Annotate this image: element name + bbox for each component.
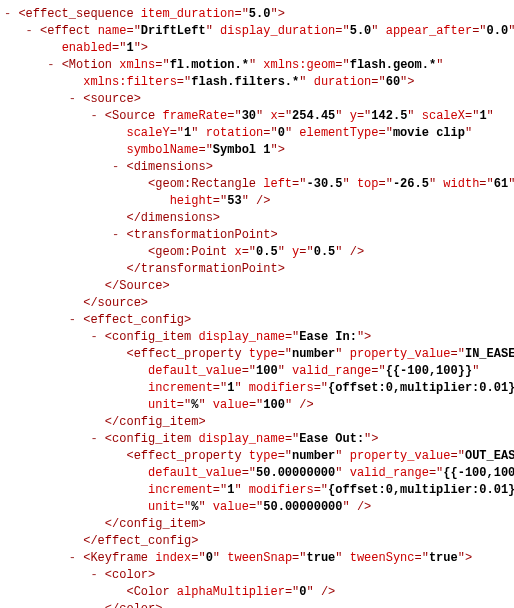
xml-text — [242, 381, 249, 395]
xml-attr-name: default_value — [148, 466, 242, 480]
xml-attr-name: rotation — [206, 126, 264, 140]
xml-text — [285, 364, 292, 378]
collapse-toggle[interactable]: - — [69, 313, 76, 327]
xml-line: <effect_property type="number" property_… — [4, 449, 514, 463]
xml-tag: =" — [263, 126, 277, 140]
collapse-toggle[interactable]: - — [47, 58, 54, 72]
xml-tag: =" — [249, 500, 263, 514]
xml-tag: " — [206, 24, 213, 38]
collapse-toggle[interactable]: - — [90, 568, 97, 582]
xml-attr-value: 0.5 — [256, 245, 278, 259]
xml-attr-value: {offset:0,multiplier:0.01} — [328, 381, 514, 395]
xml-line: <geom:Rectangle left="-30.5" top="-26.5"… — [4, 177, 514, 191]
xml-text — [342, 466, 349, 480]
xml-tag: </config_item> — [105, 415, 206, 429]
collapse-toggle[interactable]: - — [90, 330, 97, 344]
xml-line: default_value="100" valid_range="{{-100,… — [4, 364, 479, 378]
xml-tag: =" — [292, 551, 306, 565]
xml-line: increment="1" modifiers="{offset:0,multi… — [4, 381, 514, 395]
xml-line: </config_item> — [4, 517, 206, 531]
xml-tag: =" — [465, 109, 479, 123]
xml-attr-name: property_value — [350, 347, 451, 361]
xml-attr-value: Ease Out: — [299, 432, 364, 446]
xml-line: <geom:Point x="0.5" y="0.5" /> — [4, 245, 364, 259]
xml-text — [343, 551, 350, 565]
xml-tag: </effect_config> — [83, 534, 198, 548]
xml-tag: =" — [191, 551, 205, 565]
xml-text — [213, 24, 220, 38]
xml-attr-value: 0.0 — [487, 24, 509, 38]
collapse-toggle[interactable]: - — [112, 160, 119, 174]
xml-tag: =" — [227, 109, 241, 123]
collapse-toggle[interactable]: - — [4, 7, 11, 21]
xml-attr-name: enabled — [62, 41, 112, 55]
xml-attr-name: elementType — [299, 126, 378, 140]
xml-attr-name: type — [249, 449, 278, 463]
xml-tag: =" — [285, 330, 299, 344]
xml-attr-value: true — [306, 551, 335, 565]
xml-line: - <transformationPoint> — [4, 228, 278, 242]
xml-text — [134, 7, 141, 21]
xml-line: - <config_item display_name="Ease Out:"> — [4, 432, 379, 446]
xml-tag: =" — [278, 347, 292, 361]
xml-line: <effect_property type="number" property_… — [4, 347, 514, 361]
xml-line: unit="%" value="100" /> — [4, 398, 314, 412]
xml-tag: =" — [335, 24, 349, 38]
xml-attr-name: left — [263, 177, 292, 191]
xml-tag: /> — [350, 245, 364, 259]
xml-tag: </transformationPoint> — [126, 262, 284, 276]
collapse-toggle[interactable]: - — [69, 92, 76, 106]
xml-attr-value: 0 — [206, 551, 213, 565]
xml-attr-name: alphaMultiplier — [177, 585, 285, 599]
xml-tag: =" — [314, 381, 328, 395]
xml-attr-value: 1 — [126, 41, 133, 55]
xml-attr-name: item_duration — [141, 7, 235, 21]
xml-attr-name: tweenSnap — [227, 551, 292, 565]
xml-attr-value: 0.5 — [314, 245, 336, 259]
xml-line: - <dimensions> — [4, 160, 213, 174]
xml-attr-name: scaleY — [126, 126, 169, 140]
xml-attr-name: duration — [314, 75, 372, 89]
xml-text — [90, 24, 97, 38]
xml-tag: =" — [371, 364, 385, 378]
xml-tag: =" — [415, 551, 429, 565]
xml-text — [206, 500, 213, 514]
xml-tag: </config_item> — [105, 517, 206, 531]
xml-text — [343, 347, 350, 361]
xml-tag: =" — [335, 58, 349, 72]
xml-tag: =" — [429, 466, 443, 480]
xml-attr-value: number — [292, 347, 335, 361]
xml-tag: =" — [177, 398, 191, 412]
xml-tag: =" — [170, 126, 184, 140]
collapse-toggle[interactable]: - — [69, 551, 76, 565]
xml-tag: <config_item — [105, 330, 191, 344]
xml-tag: =" — [126, 24, 140, 38]
xml-tag: " — [343, 177, 350, 191]
xml-tag: " — [343, 500, 350, 514]
xml-tag: <Keyframe — [83, 551, 148, 565]
xml-line: - <Source frameRate="30" x="254.45" y="1… — [4, 109, 494, 123]
xml-tag: </Source> — [105, 279, 170, 293]
collapse-toggle[interactable]: - — [90, 432, 97, 446]
xml-tag: =" — [213, 483, 227, 497]
xml-line: symbolName="Symbol 1"> — [4, 143, 285, 157]
xml-tag: =" — [198, 143, 212, 157]
collapse-toggle[interactable]: - — [26, 24, 33, 38]
xml-attr-name: type — [249, 347, 278, 361]
xml-tag: =" — [155, 58, 169, 72]
collapse-toggle[interactable]: - — [112, 228, 119, 242]
xml-tag: =" — [177, 500, 191, 514]
collapse-toggle[interactable]: - — [90, 109, 97, 123]
xml-attr-value: 100 — [263, 398, 285, 412]
xml-attr-name: width — [443, 177, 479, 191]
xml-tag: " — [371, 24, 378, 38]
xml-attr-name: name — [98, 24, 127, 38]
xml-attr-value: 60 — [386, 75, 400, 89]
xml-line: - <config_item display_name="Ease In:"> — [4, 330, 371, 344]
xml-text — [350, 177, 357, 191]
xml-attr-value: {offset:0,multiplier:0.01} — [328, 483, 514, 497]
xml-tag: " — [487, 109, 494, 123]
xml-tag: "> — [270, 7, 284, 21]
xml-attr-value: number — [292, 449, 335, 463]
xml-tag: <Color — [126, 585, 169, 599]
